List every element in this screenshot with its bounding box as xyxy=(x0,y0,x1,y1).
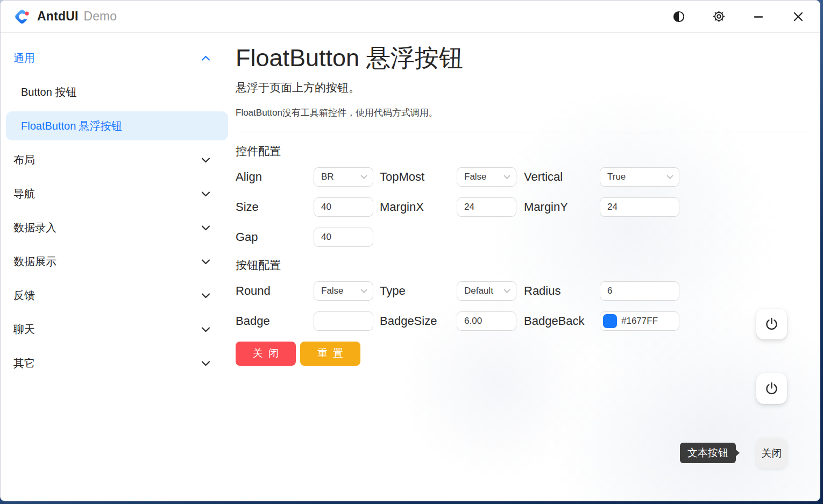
reset-action-button[interactable]: 重置 xyxy=(300,342,360,366)
float-button-close[interactable]: 关闭 xyxy=(756,438,787,468)
chevron-down-icon xyxy=(201,259,210,265)
chevron-down-icon xyxy=(201,293,210,299)
app-subtitle: Demo xyxy=(84,9,117,24)
minimize-icon xyxy=(753,11,764,23)
power-icon xyxy=(764,317,779,331)
align-label: Align xyxy=(236,170,314,184)
gap-field xyxy=(314,228,373,247)
sidebar-group-navigation[interactable]: 导航 xyxy=(1,177,232,211)
size-field xyxy=(314,197,373,217)
chevron-down-icon xyxy=(201,326,210,332)
sidebar-group-layout[interactable]: 布局 xyxy=(1,143,232,177)
chevron-down-icon xyxy=(503,175,510,179)
float-button-tooltip: 文本按钮 xyxy=(680,443,736,463)
chevron-down-icon xyxy=(201,360,210,366)
page-description: FloatButton没有工具箱控件，使用代码方式调用。 xyxy=(236,107,809,119)
marginx-input[interactable] xyxy=(464,202,510,212)
sidebar-group-label: 聊天 xyxy=(13,322,201,337)
sidebar-item-label: Button 按钮 xyxy=(21,85,210,100)
sidebar-item-label: FloatButton 悬浮按钮 xyxy=(21,119,228,133)
marginy-field xyxy=(600,197,679,217)
type-value: Default xyxy=(464,286,493,296)
align-select[interactable]: BR xyxy=(314,167,373,187)
sidebar-item-button[interactable]: Button 按钮 xyxy=(1,75,232,109)
sidebar-group-chat[interactable]: 聊天 xyxy=(1,313,232,346)
marginx-field xyxy=(457,197,516,217)
chevron-down-icon xyxy=(201,225,210,231)
badgeback-label: BadgeBack xyxy=(516,314,600,328)
vertical-value: True xyxy=(607,172,626,182)
gap-label: Gap xyxy=(236,230,314,244)
widget-config-form: Align BR TopMost False Vertical True xyxy=(236,167,809,247)
sidebar-group-feedback[interactable]: 反馈 xyxy=(1,279,232,313)
vertical-label: Vertical xyxy=(516,170,600,184)
main-content: FloatButton 悬浮按钮 悬浮于页面上方的按钮。 FloatButton… xyxy=(232,33,820,501)
chevron-down-icon xyxy=(666,175,673,179)
app-logo-icon xyxy=(12,7,32,26)
vertical-select[interactable]: True xyxy=(600,167,679,187)
settings-button[interactable] xyxy=(706,6,732,27)
chevron-down-icon xyxy=(201,191,210,197)
theme-toggle-button[interactable] xyxy=(666,6,692,27)
contrast-icon xyxy=(672,10,685,23)
app-body: 通用 Button 按钮 FloatButton 悬浮按钮 布局 导航 xyxy=(1,33,820,501)
float-button-power-1[interactable] xyxy=(756,309,787,339)
size-input[interactable] xyxy=(321,202,367,212)
badge-input[interactable] xyxy=(321,316,367,326)
float-button-power-2[interactable] xyxy=(756,373,787,404)
power-icon xyxy=(764,381,779,396)
chevron-down-icon xyxy=(503,289,510,293)
sidebar-group-label: 布局 xyxy=(13,153,201,167)
page-title: FloatButton 悬浮按钮 xyxy=(236,44,809,73)
desktop: { "titlebar": { "brand": "AntdUI", "subt… xyxy=(0,0,823,504)
badge-field xyxy=(314,311,373,331)
type-label: Type xyxy=(373,284,457,298)
radius-label: Radius xyxy=(516,284,600,298)
type-select[interactable]: Default xyxy=(457,281,516,301)
badgesize-input[interactable] xyxy=(464,316,510,326)
page-subtitle: 悬浮于页面上方的按钮。 xyxy=(236,80,809,95)
sidebar-group-other[interactable]: 其它 xyxy=(1,346,232,380)
section-title-button-config: 按钮配置 xyxy=(236,258,809,273)
radius-field xyxy=(600,281,679,301)
gap-input[interactable] xyxy=(321,232,367,243)
app-window: AntdUI Demo xyxy=(0,0,820,501)
round-value: False xyxy=(321,286,344,296)
badgeback-field[interactable]: #1677FF xyxy=(600,311,679,331)
size-label: Size xyxy=(236,200,314,214)
topmost-select[interactable]: False xyxy=(457,167,516,187)
topmost-value: False xyxy=(464,172,487,182)
sidebar-group-label: 通用 xyxy=(13,51,201,66)
sidebar-group-label: 导航 xyxy=(13,187,201,201)
marginx-label: MarginX xyxy=(373,200,457,214)
sidebar-item-floatbutton[interactable]: FloatButton 悬浮按钮 xyxy=(6,111,228,140)
sidebar-group-label: 数据展示 xyxy=(13,254,201,269)
sidebar-group-data-entry[interactable]: 数据录入 xyxy=(1,211,232,245)
chevron-down-icon xyxy=(360,289,367,293)
chevron-down-icon xyxy=(360,175,367,179)
marginy-label: MarginY xyxy=(516,200,600,214)
sidebar-group-label: 其它 xyxy=(13,356,201,371)
sidebar: 通用 Button 按钮 FloatButton 悬浮按钮 布局 导航 xyxy=(1,33,232,501)
sidebar-group-data-display[interactable]: 数据展示 xyxy=(1,245,232,279)
sidebar-group-label: 数据录入 xyxy=(13,221,201,235)
align-value: BR xyxy=(321,172,334,182)
button-config-form: Round False Type Default Radius xyxy=(236,281,809,366)
sidebar-group-label: 反馈 xyxy=(13,288,201,303)
round-label: Round xyxy=(236,284,314,298)
section-title-widget-config: 控件配置 xyxy=(236,144,809,159)
titlebar: AntdUI Demo xyxy=(1,1,820,33)
minimize-button[interactable] xyxy=(746,6,771,27)
close-icon xyxy=(792,11,804,23)
close-button[interactable] xyxy=(785,6,811,27)
marginy-input[interactable] xyxy=(607,202,673,212)
close-action-button[interactable]: 关闭 xyxy=(236,342,296,366)
sidebar-group-general[interactable]: 通用 xyxy=(1,41,232,75)
radius-input[interactable] xyxy=(607,286,673,296)
chevron-down-icon xyxy=(201,157,210,163)
form-actions: 关闭 重置 xyxy=(236,342,809,366)
chevron-up-icon xyxy=(201,55,210,61)
round-select[interactable]: False xyxy=(314,281,373,301)
color-swatch[interactable] xyxy=(603,314,617,328)
badgesize-label: BadgeSize xyxy=(373,314,457,328)
